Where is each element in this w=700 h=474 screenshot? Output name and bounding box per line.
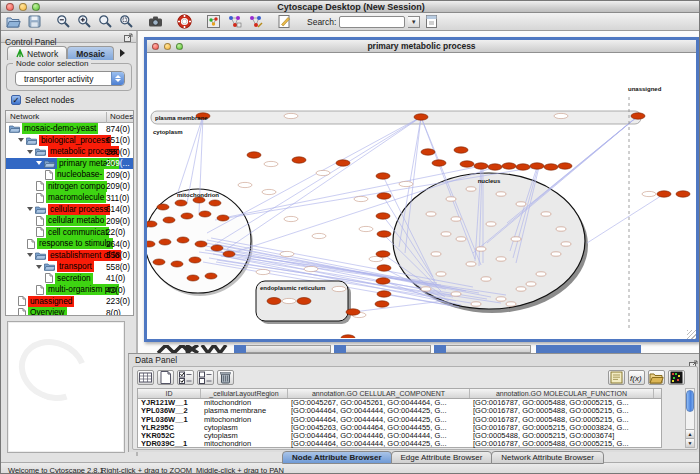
tree-row[interactable]: cellular process614(0): [6, 204, 133, 216]
graph-node[interactable]: [177, 237, 189, 243]
graph-node[interactable]: [511, 237, 521, 241]
window-titlebar[interactable]: Cytoscape Desktop (New Session): [1, 1, 700, 13]
graph-node[interactable]: [496, 257, 506, 261]
graph-node[interactable]: [377, 231, 391, 237]
graph-node[interactable]: [476, 247, 486, 251]
graph-node[interactable]: [436, 272, 446, 276]
graph-node[interactable]: [460, 161, 474, 167]
table-row[interactable]: YKR052Ccytoplasm[GO:0044464, GO:0044446,…: [138, 432, 661, 440]
graph-node[interactable]: [561, 242, 571, 246]
graph-node[interactable]: [474, 163, 488, 169]
graph-node[interactable]: [171, 261, 183, 267]
graph-node[interactable]: [506, 302, 516, 306]
graph-node[interactable]: [377, 193, 391, 199]
zoom-out-icon[interactable]: [55, 14, 72, 30]
graph-node[interactable]: [223, 251, 235, 257]
tree-row[interactable]: metabolic process280(0): [6, 146, 133, 158]
tab-network-attribute-browser[interactable]: Network Attribute Browser: [491, 451, 603, 464]
graph-node[interactable]: [175, 200, 187, 206]
select-nodes-checkbox[interactable]: ✓: [11, 95, 21, 105]
column-header[interactable]: ID: [138, 389, 201, 398]
graph-node[interactable]: [336, 160, 350, 166]
graph-node[interactable]: [536, 272, 546, 276]
search-dropdown-icon[interactable]: ▼: [408, 16, 420, 28]
tree-row[interactable]: mosaic-demo-yeast874(0): [6, 123, 133, 135]
graph-node[interactable]: [163, 217, 175, 223]
graph-node[interactable]: [376, 213, 390, 219]
tree-row[interactable]: primary metabo209(...: [6, 158, 133, 170]
graph-node[interactable]: [516, 164, 530, 170]
graph-node[interactable]: [181, 213, 193, 219]
node-color-select[interactable]: transporter activity: [15, 71, 125, 86]
graph-node[interactable]: [502, 163, 516, 169]
save-icon[interactable]: [26, 14, 43, 30]
graph-node[interactable]: [657, 191, 671, 197]
resize-grip[interactable]: [687, 330, 696, 339]
graph-node[interactable]: [431, 252, 441, 256]
tree-row[interactable]: unassigned223(0): [6, 296, 133, 308]
network-view-frame[interactable]: primary metabolic process plasma membran…: [144, 37, 699, 342]
graph-node[interactable]: [481, 277, 491, 281]
graph-node[interactable]: [426, 212, 436, 216]
graph-node[interactable]: [544, 164, 558, 170]
tree-row[interactable]: biological_process651(0): [6, 135, 133, 147]
graph-node[interactable]: [454, 147, 468, 153]
graph-node[interactable]: [446, 197, 456, 201]
graph-node[interactable]: [267, 298, 281, 305]
tab-node-attribute-browser[interactable]: Node Attribute Browser: [282, 451, 392, 464]
network-edit-icon[interactable]: [247, 14, 264, 30]
graph-node[interactable]: [199, 211, 211, 217]
graph-node[interactable]: [377, 291, 391, 297]
network-create-icon[interactable]: [226, 14, 243, 30]
tab-mosaic[interactable]: Mosaic: [67, 46, 114, 60]
network-graph[interactable]: plasma membranecytoplasmmitochondrionnuc…: [147, 53, 696, 338]
tree-row[interactable]: establishment of lo558(0): [6, 250, 133, 262]
graph-node[interactable]: [211, 245, 223, 251]
formula-icon[interactable]: f(x): [628, 370, 645, 385]
graph-node[interactable]: [292, 157, 306, 163]
background-window-edge[interactable]: [334, 345, 431, 353]
graph-node[interactable]: [516, 287, 526, 291]
graph-node[interactable]: [147, 241, 155, 247]
scroll-down-icon[interactable]: ▼: [686, 438, 694, 447]
graph-node[interactable]: [157, 204, 169, 210]
network-canvas[interactable]: plasma membranecytoplasmmitochondrionnuc…: [147, 53, 696, 338]
camera-icon[interactable]: [147, 14, 164, 30]
graph-node[interactable]: [217, 215, 229, 221]
vizmapper-icon[interactable]: [205, 14, 222, 30]
background-window-edge[interactable]: [434, 345, 531, 353]
import-folder-icon[interactable]: [648, 370, 665, 385]
tree-row[interactable]: macromolecule311(0): [6, 192, 133, 204]
graph-node[interactable]: [421, 287, 431, 291]
graph-node[interactable]: [377, 265, 391, 271]
help-icon[interactable]: [176, 14, 193, 30]
expand-arrow-icon[interactable]: [36, 161, 42, 165]
tree-row[interactable]: secretion41(0): [6, 273, 133, 285]
table-row[interactable]: YDR039C__1mitochondrion[GO:0044464, GO:0…: [138, 440, 661, 448]
graph-node[interactable]: [376, 173, 390, 179]
open-icon[interactable]: [5, 14, 22, 30]
graph-node[interactable]: [456, 237, 466, 241]
tree-row[interactable]: response to stimulu264(0): [6, 238, 133, 250]
tab-network[interactable]: Network: [7, 46, 67, 60]
tree-row[interactable]: transport558(0): [6, 261, 133, 273]
zoom-in-icon[interactable]: [76, 14, 93, 30]
graph-node[interactable]: [496, 297, 506, 301]
graph-node[interactable]: [195, 241, 207, 247]
graph-node[interactable]: [526, 282, 536, 286]
table-row[interactable]: YJR121W__1mitochondrion[GO:0045267, GO:0…: [138, 399, 661, 407]
graph-node[interactable]: [488, 164, 502, 170]
tree-row[interactable]: nitrogen compo209(0): [6, 181, 133, 193]
graph-node[interactable]: [432, 160, 446, 166]
graph-node[interactable]: [341, 335, 355, 338]
graph-node[interactable]: [375, 301, 389, 307]
network-frame-titlebar[interactable]: primary metabolic process: [147, 40, 696, 53]
graph-node[interactable]: [421, 149, 435, 155]
graph-node[interactable]: [530, 163, 544, 169]
graph-node[interactable]: [466, 262, 476, 266]
tree-row[interactable]: multi-organism pro42(0): [6, 284, 133, 296]
column-header[interactable]: annotation.GO MOLECULAR_FUNCTION: [470, 389, 654, 398]
graph-node[interactable]: [209, 200, 221, 206]
graph-node[interactable]: [556, 227, 566, 231]
graph-node[interactable]: [516, 202, 526, 206]
